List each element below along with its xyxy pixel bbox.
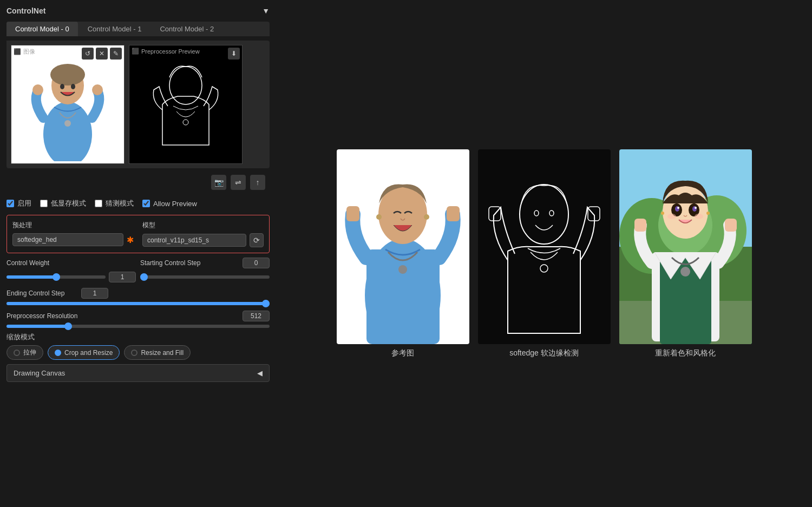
guess-mode-checkbox[interactable] (95, 200, 102, 207)
svg-point-4 (32, 84, 43, 95)
preprocessor-col: 预处理 softedge_hed ✱ (12, 221, 134, 247)
image-icon: ⬛ (14, 48, 21, 55)
svg-point-45 (695, 207, 697, 209)
allow-preview-checkbox-item[interactable]: Allow Preview (142, 200, 197, 208)
zoom-mode-label: 缩放模式 (6, 332, 270, 342)
left-panel: ControlNet ▼ Control Model - 0 Control M… (0, 0, 276, 507)
svg-point-20 (398, 265, 407, 274)
input-image-label: ⬛ 图像 (14, 48, 35, 56)
gallery-caption-1: softedge 软边缘检测 (509, 348, 579, 358)
svg-point-48 (661, 212, 664, 215)
model-select-row: control_v11p_sd15_s ⟳ (142, 233, 264, 247)
gallery-item-0: 参考图 (337, 149, 469, 358)
starting-step-label: Starting Control Step (140, 259, 239, 267)
zoom-stretch-btn[interactable]: 拉伸 (6, 345, 43, 360)
preprocessor-res-slider[interactable] (6, 325, 270, 328)
preview-icon: ⬛ (132, 48, 139, 55)
zoom-fill-radio (131, 350, 137, 356)
model-col: 模型 control_v11p_sd15_s ⟳ (142, 221, 264, 247)
close-image-btn[interactable]: ✕ (96, 48, 108, 60)
svg-point-46 (667, 214, 676, 219)
low-vram-checkbox[interactable] (40, 200, 48, 207)
enable-checkbox-item[interactable]: 启用 (6, 199, 31, 208)
zoom-fill-btn[interactable]: Resize and Fill (124, 345, 191, 360)
starting-step-value[interactable]: 0 (243, 258, 270, 268)
slider-section: Control Weight Starting Control Step 0 1… (6, 258, 270, 328)
gallery-caption-0: 参考图 (391, 348, 414, 358)
image-row: ⬛ 图像 ↺ ✕ ✎ (6, 41, 270, 168)
zoom-crop-label: Crop and Resize (64, 349, 113, 357)
svg-point-16 (424, 214, 429, 220)
collapse-icon[interactable]: ▼ (262, 6, 270, 15)
svg-rect-17 (366, 249, 440, 344)
svg-point-6 (64, 120, 71, 127)
model-section: 预处理 softedge_hed ✱ 模型 control_v11p_sd15_… (6, 215, 270, 253)
zoom-crop-btn[interactable]: Crop and Resize (48, 345, 120, 360)
tab-model-1[interactable]: Control Model - 1 (79, 22, 150, 36)
model-refresh-btn[interactable]: ⟳ (250, 233, 264, 247)
control-weight-value[interactable]: 1 (109, 272, 136, 282)
brush-image-btn[interactable]: ✎ (110, 48, 122, 60)
preprocessor-select[interactable]: softedge_hed (12, 233, 123, 246)
gallery-image-1 (478, 149, 611, 344)
svg-rect-38 (725, 219, 737, 232)
model-select[interactable]: control_v11p_sd15_s (142, 234, 246, 247)
download-preview-btn[interactable]: ⬇ (228, 48, 240, 60)
enable-checkbox[interactable] (6, 200, 14, 207)
allow-preview-label: Allow Preview (153, 200, 197, 208)
gallery-item-2: 重新着色和风格化 (619, 149, 752, 358)
drawing-canvas[interactable]: Drawing Canvas ◀ (6, 364, 270, 382)
camera-btn[interactable]: 📷 (211, 175, 226, 190)
allow-preview-checkbox[interactable] (142, 200, 150, 207)
fire-icon: ✱ (127, 235, 134, 245)
zoom-stretch-label: 拉伸 (23, 348, 36, 357)
low-vram-checkbox-item[interactable]: 低显存模式 (40, 199, 86, 208)
nurse-photo (11, 45, 124, 163)
svg-point-49 (706, 212, 710, 215)
svg-rect-37 (634, 219, 646, 232)
gallery-image-0 (337, 149, 469, 344)
tab-model-2[interactable]: Control Model - 2 (151, 22, 222, 36)
svg-point-8 (71, 84, 75, 89)
guess-mode-label: 猜测模式 (106, 199, 134, 208)
ending-step-slider[interactable] (6, 302, 270, 305)
controlnet-title: ControlNet (6, 6, 45, 15)
control-weight-slider[interactable] (6, 275, 106, 279)
zoom-options: 拉伸 Crop and Resize Resize and Fill (6, 345, 270, 360)
gallery: 参考图 (337, 149, 752, 358)
svg-point-44 (677, 207, 679, 209)
refresh-image-btn[interactable]: ↺ (82, 48, 94, 60)
gallery-caption-2: 重新着色和风格化 (655, 348, 716, 358)
tab-model-0[interactable]: Control Model - 0 (6, 22, 78, 36)
gallery-item-1: softedge 软边缘检测 (478, 149, 611, 358)
guess-mode-checkbox-item[interactable]: 猜测模式 (95, 199, 134, 208)
starting-step-slider[interactable] (140, 275, 270, 279)
controlnet-header: ControlNet ▼ (6, 6, 270, 15)
input-image-controls: ↺ ✕ ✎ (82, 48, 122, 60)
preprocessor-res-value[interactable]: 512 (243, 311, 270, 321)
drawing-canvas-icon: ◀ (257, 369, 263, 377)
upload-btn[interactable]: ↑ (250, 175, 265, 190)
zoom-section: 缩放模式 拉伸 Crop and Resize Resize and Fill (6, 332, 270, 360)
svg-point-47 (695, 214, 703, 219)
swap-btn[interactable]: ⇌ (231, 175, 246, 190)
low-vram-label: 低显存模式 (51, 199, 86, 208)
model-tabs: Control Model - 0 Control Model - 1 Cont… (6, 22, 270, 36)
model-label: 模型 (142, 221, 264, 230)
enable-label: 启用 (17, 199, 31, 208)
svg-point-7 (60, 84, 64, 89)
zoom-crop-radio (55, 350, 61, 356)
preprocessor-res-label: Preprocessor Resolution (6, 312, 238, 320)
svg-rect-18 (346, 206, 359, 221)
ending-step-label: Ending Control Step (6, 289, 77, 297)
preprocessor-preview-label: ⬛ Preprocessor Preview (132, 48, 200, 55)
control-weight-label: Control Weight (6, 259, 136, 267)
preprocessor-preview-box: ⬛ Preprocessor Preview ⬇ (129, 45, 243, 164)
input-image-box: ⬛ 图像 ↺ ✕ ✎ (11, 45, 125, 164)
preprocessor-controls: ⬇ (228, 48, 240, 60)
right-panel: 参考图 (276, 0, 812, 507)
svg-point-3 (50, 64, 85, 85)
preprocessor-select-row: softedge_hed ✱ (12, 233, 134, 246)
ending-step-value[interactable]: 1 (81, 288, 108, 299)
zoom-fill-label: Resize and Fill (141, 349, 184, 357)
